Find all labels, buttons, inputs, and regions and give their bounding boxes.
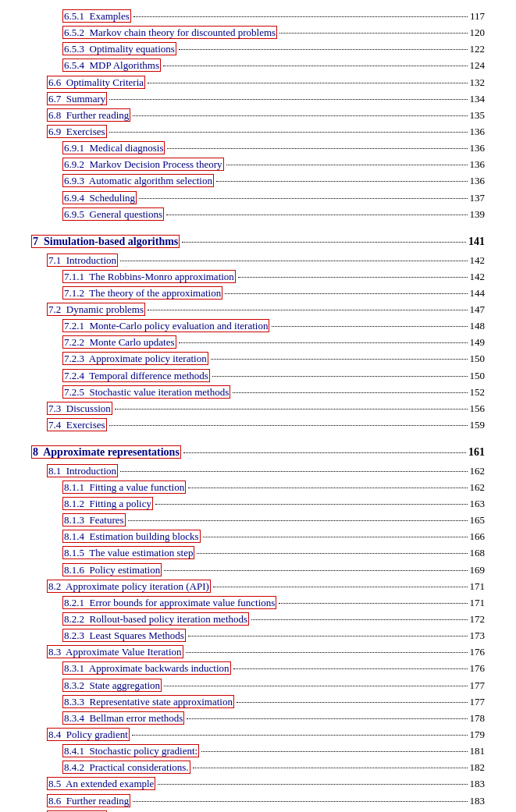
list-item: 8.3.2 State aggregation177	[31, 678, 485, 693]
list-item: 8.2 Approximate policy iteration (API)17…	[31, 579, 485, 594]
toc-link[interactable]: 7.1 Introduction	[47, 254, 118, 267]
toc-link[interactable]: 7.1.1 The Robbins-Monro approximation	[62, 270, 236, 283]
list-item: 6.6 Optimality Criteria132	[31, 75, 485, 90]
toc-link[interactable]: 8.3 Approximate Value Iteration	[47, 645, 183, 658]
toc-dots	[201, 751, 467, 752]
toc-link[interactable]: 8.2.1 Error bounds for approximate value…	[62, 596, 276, 609]
toc-link[interactable]: 7.1.2 The theory of the approximation	[62, 286, 222, 300]
toc-link[interactable]: 7.2.3 Approximate policy iteration	[62, 352, 208, 365]
toc-link[interactable]: 7.2.4 Temporal difference methods	[62, 369, 210, 382]
table-of-contents: 6.5.1 Examples1176.5.2 Markov chain theo…	[31, 9, 485, 812]
toc-link[interactable]: 8.3.4 Bellman error methods	[62, 711, 184, 725]
toc-dots	[109, 99, 467, 100]
list-item: 6.5.2 Markov chain theory for discounted…	[31, 25, 485, 41]
toc-page: 136	[470, 173, 486, 189]
toc-dots	[188, 488, 467, 488]
list-item: 6.9.5 General questions139	[31, 207, 485, 222]
toc-link[interactable]: 7.2 Dynamic problems	[47, 303, 145, 316]
toc-link[interactable]: 6.9.2 Markov Decision Process theory	[62, 158, 224, 171]
toc-link[interactable]: 8.3.2 State aggregation	[62, 679, 162, 692]
toc-link[interactable]: 8.4.2 Practical considerations.	[62, 761, 190, 774]
chapter-link[interactable]: 8 Approximate representations	[31, 445, 181, 459]
toc-link[interactable]: 7.2.2 Monte Carlo updates	[62, 335, 176, 349]
toc-link[interactable]: 8.2.3 Least Squares Methods	[62, 629, 186, 642]
toc-link[interactable]: 8.1.3 Features	[62, 513, 126, 527]
toc-link[interactable]: 8.2.2 Rollout-based policy iteration met…	[62, 612, 249, 626]
toc-link[interactable]: 6.9.4 Scheduling	[62, 191, 137, 204]
toc-page: 171	[470, 595, 486, 611]
toc-page: 183	[470, 793, 486, 809]
toc-dots	[133, 16, 468, 17]
toc-link[interactable]: 6.6 Optimality Criteria	[47, 76, 145, 89]
list-item: 7.2.4 Temporal difference methods150	[31, 368, 485, 384]
list-item: 7.4 Exercises159	[31, 417, 485, 433]
toc-dots	[128, 520, 468, 521]
toc-page: 165	[470, 512, 486, 528]
toc-page: 166	[470, 529, 486, 544]
toc-link[interactable]: 8.6 Further reading	[47, 794, 130, 807]
toc-page: 120	[470, 25, 486, 41]
toc-link[interactable]: 6.5.3 Optimality equations	[62, 42, 176, 55]
list-item: 8.5 An extended example183	[31, 776, 485, 792]
toc-link[interactable]: 8.1.2 Fitting a policy	[62, 497, 153, 510]
list-item: 8.3.3 Representative state approximation…	[31, 694, 485, 710]
toc-page: 142	[470, 253, 486, 268]
toc-link[interactable]: 6.5.1 Examples	[62, 9, 131, 23]
toc-page: 173	[470, 628, 486, 644]
toc-link[interactable]: 8.4.1 Stochastic policy gradient:	[62, 744, 199, 757]
toc-dots	[164, 570, 467, 571]
list-item: 6.8 Further reading135	[31, 108, 485, 123]
toc-link[interactable]: 8.1.5 The value estimation step	[62, 546, 194, 559]
toc-dots	[203, 537, 468, 537]
toc-link[interactable]: 6.8 Further reading	[47, 108, 130, 122]
toc-page: 122	[470, 41, 486, 57]
toc-page: 144	[470, 285, 486, 301]
toc-link[interactable]: 6.9 Exercises	[47, 125, 107, 138]
toc-link[interactable]: 8.1.1 Fitting a value function	[62, 480, 186, 494]
toc-page: 183	[470, 776, 486, 792]
toc-link[interactable]: 7.2.1 Monte-Carlo policy evaluation and …	[62, 319, 269, 332]
toc-link[interactable]: 6.9.1 Medical diagnosis	[62, 141, 165, 154]
toc-dots	[148, 83, 467, 83]
toc-dots	[237, 702, 468, 703]
toc-link[interactable]: 6.5.2 Markov chain theory for discounted…	[62, 26, 277, 39]
list-item: 8.1.5 The value estimation step168	[31, 545, 485, 561]
toc-link[interactable]: 8.3.3 Representative state approximation	[62, 695, 234, 708]
chapter-link[interactable]: 7 Simulation-based algorithms	[31, 235, 180, 248]
toc-dots	[179, 49, 468, 50]
toc-link[interactable]: 8.3.1 Approximate backwards induction	[62, 661, 231, 675]
toc-link[interactable]: 6.7 Summary	[47, 92, 107, 105]
toc-page: 169	[470, 562, 486, 578]
toc-page: 179	[470, 727, 486, 743]
toc-dots	[109, 132, 468, 133]
toc-link[interactable]: 8.4 Policy gradient	[47, 728, 130, 741]
toc-link[interactable]: 8.1.4 Estimation building blocks	[62, 530, 201, 543]
list-item: 8.4 Policy gradient179	[31, 727, 485, 743]
toc-link[interactable]: 6.9.5 General questions	[62, 207, 164, 221]
toc-page: 136	[470, 140, 486, 156]
toc-link[interactable]: 6.5.4 MDP Algorithms	[62, 59, 161, 72]
toc-page: 124	[470, 58, 486, 73]
toc-dots	[197, 553, 467, 554]
toc-link[interactable]: 7.4 Exercises	[47, 418, 107, 431]
list-item: 8.1.6 Policy estimation169	[31, 562, 485, 578]
toc-dots	[213, 587, 468, 587]
list-item: 8.4.2 Practical considerations.182	[31, 760, 485, 775]
toc-dots	[183, 452, 466, 453]
toc-link[interactable]: 8.1.6 Policy estimation	[62, 563, 162, 576]
list-item: 7.2.5 Stochastic value iteration methods…	[31, 385, 485, 400]
toc-link[interactable]: 8.1 Introduction	[47, 464, 118, 477]
toc-link[interactable]: 7.2.5 Stochastic value iteration methods	[62, 385, 230, 399]
toc-link[interactable]: 7.3 Discussion	[47, 402, 112, 415]
toc-link[interactable]: 8.2 Approximate policy iteration (API)	[47, 580, 211, 593]
toc-link[interactable]: 8.5 An extended example	[47, 777, 155, 790]
list-item: 8.3 Approximate Value Iteration176	[31, 644, 485, 660]
toc-page: 168	[470, 545, 486, 561]
list-item: 8.2.1 Error bounds for approximate value…	[31, 595, 485, 611]
list-item: 6.7 Summary134	[31, 91, 485, 107]
toc-link[interactable]: 6.9.3 Automatic algorithm selection	[62, 174, 214, 187]
list-item: 6.9 Exercises136	[31, 124, 485, 140]
toc-page: 150	[470, 368, 486, 384]
toc-dots	[158, 784, 467, 785]
toc-dots	[167, 148, 467, 149]
